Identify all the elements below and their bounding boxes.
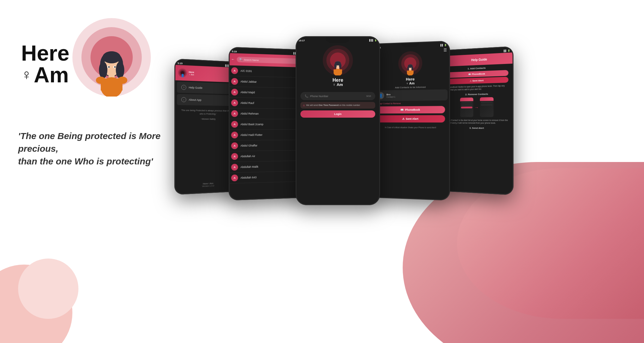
notch-3 [326, 36, 350, 43]
phone4-subtitle: Add Contacts to be Informed [395, 86, 426, 89]
book-icon-4: 📖 [401, 109, 404, 112]
svg-point-3 [116, 62, 124, 78]
status-time-2: 5:19 [232, 50, 236, 53]
status-icons-4: ▌▌ 🔋 [440, 44, 447, 47]
phone-mockup-login: 10:17 ▌▌▌ 🔋 [296, 36, 380, 205]
svg-point-17 [335, 61, 341, 65]
status-time-1: 5:15 [178, 62, 183, 65]
phone-mockup-help: 5:15 ▌▌ 🔋 ← Help Guide 1. Add Contacts 📖… [442, 46, 513, 195]
phone5-help-content: 1. Add Contacts 📖 PhoneBook ⚠ Sent Alert… [442, 64, 513, 195]
avatar-circles [72, 18, 151, 97]
svg-point-13 [114, 66, 116, 68]
status-time-3: 10:17 [299, 39, 305, 42]
contact-item-10[interactable]: A Abdullah Malik Tap [229, 161, 304, 173]
sent-alert-button-4[interactable]: ⚠ Sent Alert [376, 115, 445, 122]
phone3-avatar [332, 60, 343, 75]
help-sent-alert-btn[interactable]: ⚠ Sent Alert [446, 77, 508, 84]
phone4-hamburger[interactable]: ☰ [443, 47, 447, 53]
contact-item-5[interactable]: A Abdul Rehman Tap [229, 108, 304, 119]
svg-point-8 [118, 77, 127, 84]
search-icon-2: 🔍 [239, 58, 243, 61]
phone-screen-contacts: 10:18 ▌▌ 🔋 ☰ [372, 41, 450, 201]
section3-title: 3. Send Alert [442, 125, 513, 130]
phone4-contact-card[interactable]: 👤 Bro Contact 1 [374, 90, 448, 101]
back-arrow-2[interactable]: ← [231, 57, 235, 62]
phone1-logo-circles: 👤 [178, 68, 187, 78]
phone4-logo-circles [398, 51, 422, 76]
phone-screen-help: 5:15 ▌▌ 🔋 ← Help Guide 1. Add Contacts 📖… [442, 46, 513, 195]
contact-item-1[interactable]: A A/C 0191 Tap [229, 65, 304, 78]
remove-contact-hint: ! 1 tap! Contact to Remove [374, 102, 448, 105]
app-title-venus-row: ♀ Am [21, 64, 69, 86]
help-phonebook-btn[interactable]: 📖 PhoneBook [446, 70, 508, 78]
warning-icon: ⚠ [303, 104, 305, 107]
svg-rect-20 [334, 69, 342, 74]
app-tagline: 'The one Being protected is More preciou… [18, 130, 175, 168]
book-icon-5: 📖 [468, 73, 471, 75]
section2-desc: Tap any 'Contact' in the Alert list at y… [442, 118, 513, 125]
otp-note: ⚠ We will send One Time Password on this… [300, 102, 375, 109]
phone3-logo-circles [323, 45, 353, 75]
app-title-here: Here [21, 42, 69, 64]
contact-item-8[interactable]: A Abdul Ghaffar Tap [229, 140, 304, 151]
thumb-pair: → [444, 97, 511, 117]
phone-icon: 📞 [305, 94, 308, 98]
phone-screen-login: 10:17 ▌▌▌ 🔋 [296, 36, 380, 205]
contact-item-6[interactable]: A Abdul Basit 2camp Tap [229, 119, 304, 130]
phone-input-field[interactable]: 📞 Phone Number 0/10 [300, 92, 375, 100]
app-title-am: Am [34, 64, 69, 86]
phone-mockup-search: 5:19 ▌▌▌ 🔋 ← 🔍 Search Name A A/C 0191 Ta… [229, 47, 304, 200]
phone3-app-name: Here ♀ Am [332, 78, 343, 87]
contact-item-11[interactable]: A Abdullah 643 Tap [229, 171, 304, 183]
app-title: Here ♀ Am [21, 42, 69, 86]
alert-icon-5: ⚠ [470, 80, 471, 82]
help-guide-title: Help Guide [449, 56, 511, 63]
venus-symbol: ♀ [21, 68, 32, 82]
contact-item-7[interactable]: A Abdul Hadi Flutter Tap [229, 130, 304, 141]
phone-mockup-contacts: 10:18 ▌▌ 🔋 ☰ [372, 41, 450, 201]
svg-point-7 [96, 77, 106, 84]
bg-decoration-left2 [18, 259, 78, 319]
phonebook-button-4[interactable]: 📖 PhoneBook [376, 106, 445, 114]
thumb-after [480, 97, 493, 117]
contact-item-4[interactable]: A Abdul Rauf Tap [229, 97, 304, 109]
phone3-logo-section: Here ♀ Am [296, 36, 380, 90]
svg-point-9 [103, 51, 121, 63]
alert-icon-4: ⚠ [402, 117, 404, 120]
phone1-logo-area: 👤 Here ♀ Am [178, 68, 194, 78]
phone2-contacts-list: A A/C 0191 Tap A Abdul Jabbar Tap A Abdu… [229, 65, 304, 200]
search-bar-2[interactable]: 🔍 Search Name [237, 57, 302, 64]
thumb-before [460, 97, 473, 117]
contact-item-2[interactable]: A Abdul Jabbar Tap [229, 76, 304, 88]
avatar-area [72, 18, 151, 97]
svg-rect-27 [407, 71, 414, 74]
search-placeholder: Search Name [244, 58, 259, 62]
contact-card-info: Bro Contact 1 [386, 93, 444, 98]
login-button[interactable]: Login [300, 110, 375, 118]
contact-item-3[interactable]: A Abdul Majid Tap [229, 87, 304, 99]
status-icons-3: ▌▌▌ 🔋 [369, 39, 377, 42]
phone4-avatar [406, 64, 414, 76]
status-icons-5: ▌▌ 🔋 [504, 49, 510, 52]
phone4-app-name: Here ♀ Am [406, 77, 415, 85]
arrow-between-thumbs: → [474, 97, 479, 117]
crisis-text-4: In Case of critical situation Shake your… [372, 124, 450, 131]
contact-item-9[interactable]: A Abdullah Air Tap [229, 150, 304, 162]
phone-screen-search: 5:19 ▌▌▌ 🔋 ← 🔍 Search Name A A/C 0191 Ta… [229, 47, 304, 200]
svg-point-12 [108, 66, 110, 68]
phones-container: 5:15 ▌▌▌ WiFi 🔋 👤 [169, 18, 636, 290]
svg-point-2 [99, 62, 107, 78]
avatar-figure [94, 48, 130, 97]
